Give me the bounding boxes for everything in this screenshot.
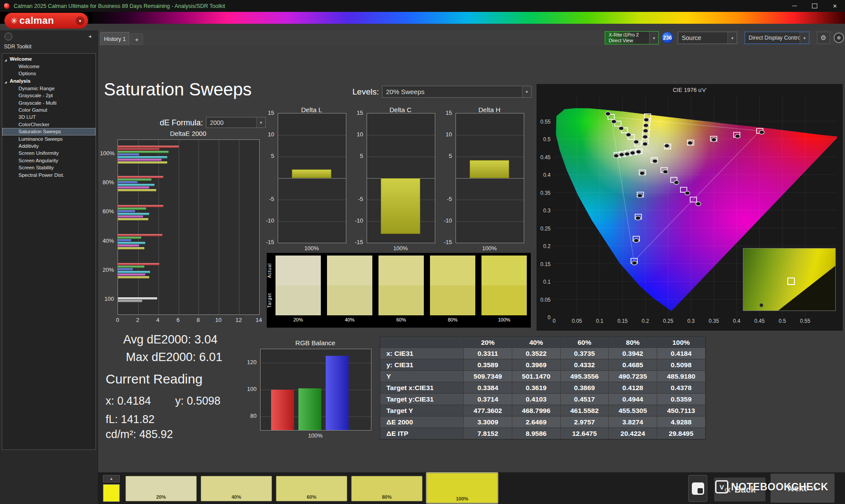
pattern-window-button[interactable] xyxy=(688,475,707,502)
table-cell: 12.6475 xyxy=(561,428,609,439)
session-indicator-icon[interactable] xyxy=(4,33,12,40)
swatch-label: 20% xyxy=(276,317,321,322)
measured-point xyxy=(759,303,764,307)
levels-select[interactable]: 20% Sweeps ▾ xyxy=(382,86,532,98)
sidebar-item-screen-angularity[interactable]: Screen Angularity xyxy=(2,157,96,164)
rgb-bar-blue xyxy=(326,356,349,430)
measured-point xyxy=(685,191,690,195)
swatch-60 xyxy=(378,256,424,315)
axis-tick-label: -15 xyxy=(443,239,452,246)
chart-title: DeltaE 2000 xyxy=(118,130,259,137)
close-button[interactable]: ✕ xyxy=(825,0,845,12)
expander-icon[interactable]: ◢ xyxy=(4,57,7,63)
measured-point xyxy=(626,133,631,137)
minimize-button[interactable] xyxy=(784,0,805,12)
sidebar-item-options[interactable]: Options xyxy=(2,70,96,77)
patch-60[interactable]: 60% xyxy=(276,476,347,501)
delta-h-plot xyxy=(456,113,524,243)
sidebar-item-grayscale-2pt[interactable]: Grayscale - 2pt xyxy=(2,92,96,99)
patch-20[interactable]: 20% xyxy=(125,476,197,501)
calman-menu-button[interactable]: ✳ calman ▾ xyxy=(4,13,88,29)
indicator-button[interactable] xyxy=(834,33,844,43)
sidebar-item-welcome[interactable]: Welcome xyxy=(2,63,96,70)
sidebar-title: SDR Toolkit xyxy=(4,44,31,50)
window-controls: ✕ xyxy=(784,0,845,12)
de-formula-value: 2000 xyxy=(206,119,256,126)
maximize-button[interactable] xyxy=(805,0,825,12)
display-control-selector[interactable]: Direct Display Control ▾ xyxy=(745,32,809,44)
swatch-20 xyxy=(276,256,321,315)
toolbar: History 1 + X-Rite i1Pro 2 Direct View ▾… xyxy=(98,30,845,46)
table-cell: 0.3619 xyxy=(512,382,561,394)
swatch-label: 80% xyxy=(430,317,475,322)
measured-point xyxy=(735,134,740,138)
measured-point xyxy=(636,150,641,154)
deltae-bar xyxy=(118,213,149,215)
sidebar-collapse-button[interactable]: ◄ xyxy=(85,32,94,40)
patch-40[interactable]: 40% xyxy=(201,476,272,501)
axis-tick-label: -5 xyxy=(354,196,363,203)
x-axis-label: 100% xyxy=(367,245,434,252)
de-formula-select[interactable]: 2000 ▾ xyxy=(206,117,266,128)
axis-tick-label: 0.2 xyxy=(639,318,651,324)
table-cell: 0.3969 xyxy=(512,359,561,371)
measured-point xyxy=(643,129,648,133)
sidebar-item-spectral-power-dist[interactable]: Spectral Power Dist. xyxy=(2,172,96,179)
axis-tick-label: 5 xyxy=(265,153,274,160)
sidebar-item-additivity[interactable]: Additivity xyxy=(2,142,96,150)
sidebar-item-luminance-sweeps[interactable]: Luminance Sweeps xyxy=(2,135,96,142)
patch-80[interactable]: 80% xyxy=(351,476,422,501)
deltae-bar xyxy=(118,179,151,181)
sidebar-item-color-gamut[interactable]: Color Gamut xyxy=(2,106,96,113)
app-icon xyxy=(4,3,10,9)
patch-100[interactable]: 100% xyxy=(426,473,498,503)
axis-tick-label: 0.35 xyxy=(708,318,720,324)
tab-history-1[interactable]: History 1 xyxy=(100,32,129,46)
measured-point xyxy=(639,171,644,175)
chevron-down-icon: ▾ xyxy=(800,32,809,44)
deltae-bar xyxy=(118,263,159,265)
settings-button[interactable]: ⚙ xyxy=(817,32,830,44)
sidebar-item-grayscale-multi[interactable]: Grayscale - Multi xyxy=(2,99,96,106)
measured-point xyxy=(652,159,657,163)
axis-tick-label: 40% xyxy=(100,237,114,245)
cie-inset-zoom xyxy=(743,248,836,311)
target-marker xyxy=(787,278,795,285)
rgb-balance-chart: RGB Balance 12010080 100% xyxy=(247,339,375,442)
patch-options-button[interactable]: ▲ xyxy=(103,475,120,482)
sidebar-item-dynamic-range[interactable]: Dynamic Range xyxy=(2,85,96,92)
axis-tick-label: 120 xyxy=(247,359,257,366)
deltae-bar xyxy=(118,146,179,148)
target-swatch xyxy=(430,285,475,315)
meter-selector[interactable]: X-Rite i1Pro 2 Direct View ▾ xyxy=(605,31,659,44)
patch-label: 20% xyxy=(126,494,196,500)
sidebar-item-saturation-sweeps[interactable]: Saturation Sweeps xyxy=(2,128,96,135)
table-cell: 495.3556 xyxy=(561,371,609,382)
sidebar-item-3d-lut[interactable]: 3D LUT xyxy=(2,113,96,121)
deltae-bar xyxy=(118,156,167,158)
sidebar-item-colorchecker[interactable]: ColorChecker xyxy=(2,121,96,128)
axis-tick-label: 15 xyxy=(443,110,452,117)
sidebar-item-screen-uniformity[interactable]: Screen Uniformity xyxy=(2,150,96,157)
expander-icon[interactable]: ◢ xyxy=(4,79,7,85)
back-button[interactable]: ‹‹ Back xyxy=(714,477,766,502)
table-cell: 0.4944 xyxy=(609,394,657,405)
y-axis-labels: 15105-5-10-15 xyxy=(354,113,365,242)
chart-title: Delta H xyxy=(456,106,523,113)
delta-c-plot xyxy=(367,113,435,243)
sidebar-group-analysis[interactable]: ◢Analysis xyxy=(2,77,96,85)
logo-dropdown-icon[interactable]: ▾ xyxy=(76,16,84,25)
table-cell: 0.3714 xyxy=(464,394,512,405)
sidebar-group-welcome[interactable]: ◢Welcome xyxy=(2,55,96,63)
sidebar-item-screen-stability[interactable]: Screen Stability xyxy=(2,164,96,171)
table-cell: 0.5098 xyxy=(657,359,705,371)
next-button[interactable]: Next ›› xyxy=(770,473,835,503)
x-axis-label: 100% xyxy=(456,245,523,252)
add-tab-button[interactable]: + xyxy=(131,33,143,45)
axis-tick-label: 0.25 xyxy=(662,318,674,324)
axis-tick-label: 0.05 xyxy=(571,318,583,324)
table-cell: 509.7349 xyxy=(464,371,512,382)
source-selector[interactable]: Source ▾ xyxy=(678,32,737,44)
axis-tick-label: 6 xyxy=(173,317,184,323)
rgb-bar-red xyxy=(271,390,294,430)
